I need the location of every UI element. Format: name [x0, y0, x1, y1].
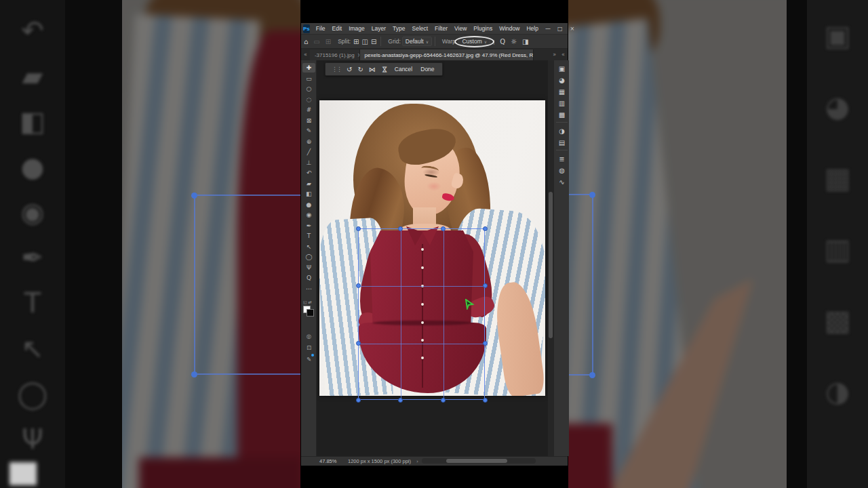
horizontal-scrollbar[interactable]: [422, 458, 536, 464]
tab-overflow-icon[interactable]: »: [550, 49, 559, 60]
panel-toggle-icon[interactable]: ◨: [519, 38, 531, 45]
flip-vertical-icon[interactable]: ⋈: [380, 66, 388, 73]
quick-mask-mode[interactable]: ◎: [302, 331, 315, 340]
horizontal-scrollbar-thumb[interactable]: [446, 459, 507, 463]
warp-handle[interactable]: [398, 226, 403, 231]
warp-handle[interactable]: [356, 398, 361, 403]
menu-select[interactable]: Select: [408, 23, 431, 35]
split-cross-icon[interactable]: ⊞: [352, 38, 360, 45]
background-color-swatch[interactable]: [307, 309, 314, 317]
blur-tool[interactable]: ●: [302, 200, 315, 209]
hand-tool[interactable]: Ψ: [302, 263, 315, 272]
eraser-tool[interactable]: ▰: [302, 179, 315, 188]
drag-grip-icon[interactable]: ⋮⋮: [332, 66, 341, 73]
gradient-tool[interactable]: ◧: [302, 189, 315, 199]
menu-plugins[interactable]: Plugins: [470, 23, 496, 35]
panel-layers[interactable]: ≣: [555, 154, 568, 163]
type-tool[interactable]: T: [302, 231, 315, 241]
zoom-level[interactable]: 47.85%: [319, 458, 342, 464]
menu-type[interactable]: Type: [389, 23, 408, 35]
warp-handle[interactable]: [398, 398, 403, 403]
warp-handle[interactable]: [483, 398, 488, 403]
document-tab-active[interactable]: pexels-anastasiya-gepp-654466-1462637.jp…: [360, 49, 534, 60]
eyedropper-tool[interactable]: ✎: [302, 126, 315, 136]
zoom-tool[interactable]: Q: [302, 273, 315, 283]
warp-transform-box[interactable]: [358, 228, 485, 400]
warp-dropdown-value: Custom: [462, 38, 481, 45]
panel-channels[interactable]: ◍: [555, 165, 568, 175]
warp-handle[interactable]: [483, 226, 488, 231]
screen-mode[interactable]: ⊡: [302, 343, 315, 352]
shape-tool[interactable]: ◯: [302, 252, 315, 262]
flip-horizontal-icon[interactable]: ⋈: [369, 66, 376, 73]
vertical-scrollbar-thumb[interactable]: [549, 192, 553, 338]
rotate-cw-icon[interactable]: ↻: [357, 66, 363, 73]
object-selection-tool[interactable]: ◌: [302, 95, 315, 104]
home-icon[interactable]: ⌂: [301, 38, 311, 45]
share-document[interactable]: ✎: [302, 354, 315, 363]
menu-help[interactable]: Help: [523, 23, 541, 35]
bg-blurred-color-swatch: [9, 462, 37, 485]
menu-filter[interactable]: Filter: [431, 23, 451, 35]
chevron-down-icon: ∨: [426, 39, 429, 44]
path-selection-tool[interactable]: ↖: [302, 242, 315, 251]
menu-image[interactable]: Image: [345, 23, 368, 35]
warp-handle[interactable]: [483, 341, 488, 346]
panel-swatches[interactable]: ▦: [555, 87, 568, 96]
minimize-button[interactable]: —: [542, 23, 554, 35]
split-vertical-icon[interactable]: ◫: [361, 38, 370, 45]
lasso-tool[interactable]: ○: [302, 84, 315, 94]
tab-collapse-icon[interactable]: «: [559, 49, 568, 60]
restore-button[interactable]: □: [554, 23, 566, 35]
dodge-tool[interactable]: ◉: [302, 210, 315, 220]
warp-dropdown[interactable]: Custom ∨: [458, 37, 490, 46]
menu-window[interactable]: Window: [496, 23, 523, 35]
menu-view[interactable]: View: [451, 23, 470, 35]
warp-handle[interactable]: [356, 341, 361, 346]
document-tab[interactable]: -3715196 (1).jpg×: [310, 49, 360, 60]
video-frame: ↶▰◧●◉✒T↖◯Ψ: [0, 0, 868, 488]
divider: [380, 37, 381, 46]
toolbar: ◱ ⇄ ✚▭○◌#⊠✎⊕╱⊥↶▰◧●◉✒T↖◯ΨQ⋯◎⊡✎: [301, 60, 317, 456]
grid-dropdown[interactable]: Default ∨: [402, 37, 432, 46]
default-colors-icon[interactable]: ◱ ⇄: [303, 300, 312, 304]
tab-scroll-left-icon[interactable]: «: [301, 49, 310, 60]
panel-color[interactable]: ◕: [555, 75, 568, 85]
more-tools[interactable]: ⋯: [302, 284, 315, 293]
warp-gridline-vertical: [401, 229, 401, 401]
close-button[interactable]: ×: [566, 23, 578, 35]
cancel-button[interactable]: Cancel: [393, 66, 414, 73]
panel-libraries[interactable]: ▣: [555, 64, 568, 73]
clone-stamp-tool[interactable]: ⊥: [302, 158, 315, 167]
status-chevron-icon[interactable]: ›: [416, 458, 418, 464]
menu-file[interactable]: File: [313, 23, 329, 35]
menu-layer[interactable]: Layer: [368, 23, 389, 35]
warp-handle[interactable]: [356, 283, 361, 288]
panel-patterns[interactable]: ▩: [555, 110, 568, 119]
brush-tool[interactable]: ╱: [302, 147, 315, 157]
rotate-ccw-icon[interactable]: ↺: [347, 66, 352, 73]
bg-transform-line-h2: [194, 373, 300, 375]
frame-tool[interactable]: ⊠: [302, 116, 315, 125]
discover-bulb-icon[interactable]: ☼: [508, 38, 519, 45]
history-brush-tool[interactable]: ↶: [302, 168, 315, 178]
done-button[interactable]: Done: [419, 66, 435, 73]
marquee-tool[interactable]: ▭: [302, 74, 315, 83]
healing-brush-tool[interactable]: ⊕: [302, 137, 315, 146]
warp-handle[interactable]: [441, 398, 446, 403]
options-bar: ⌂ ▭ ⊞ Split: ⊞◫⊟ Grid: Default ∨ Warp: C…: [301, 35, 568, 49]
vertical-scrollbar[interactable]: [548, 60, 553, 456]
panel-adjustments[interactable]: ◑: [555, 126, 568, 136]
panel-gradients[interactable]: ▥: [555, 98, 568, 108]
split-horizontal-icon[interactable]: ⊟: [370, 38, 378, 45]
crop-tool[interactable]: #: [302, 105, 315, 115]
panel-paths[interactable]: ∿: [555, 177, 568, 186]
warp-handle[interactable]: [356, 226, 361, 231]
search-icon[interactable]: Q: [497, 38, 508, 45]
warp-handle[interactable]: [441, 226, 446, 231]
panel-properties[interactable]: ▤: [555, 138, 568, 147]
pen-tool[interactable]: ✒: [302, 221, 315, 230]
move-tool[interactable]: ✚: [302, 63, 315, 73]
color-swatches-widget: ◱ ⇄: [303, 306, 315, 323]
menu-edit[interactable]: Edit: [329, 23, 346, 35]
